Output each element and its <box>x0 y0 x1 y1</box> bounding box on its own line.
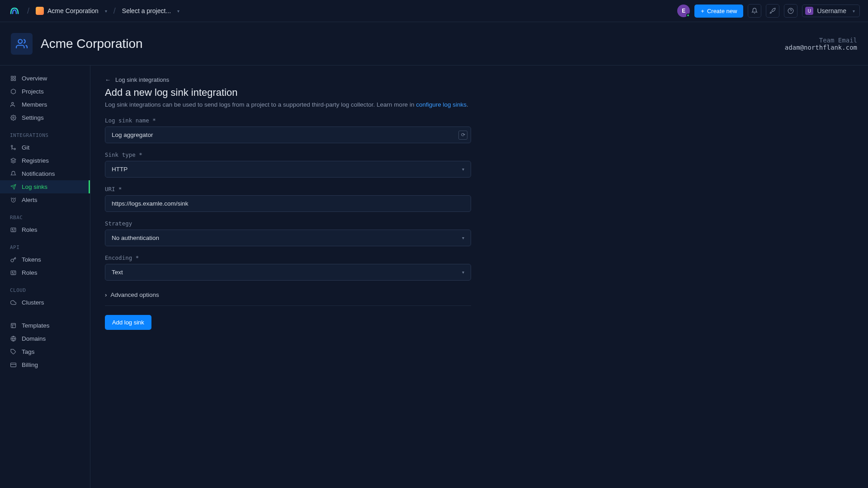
chevron-down-icon: ▾ <box>177 9 179 14</box>
sink-type-label: Sink type * <box>105 151 471 158</box>
sidebar-item-notifications[interactable]: Notifications <box>0 167 90 180</box>
strategy-select[interactable]: No authentication ▾ <box>105 230 471 246</box>
breadcrumb-team[interactable]: Acme Corporation ▾ <box>36 7 107 15</box>
svg-rect-15 <box>11 228 16 232</box>
name-label: Log sink name * <box>105 117 471 124</box>
sidebar-item-overview[interactable]: Overview <box>0 72 90 85</box>
users-icon <box>10 102 16 108</box>
breadcrumb-separator: / <box>113 6 116 16</box>
project-placeholder: Select a project... <box>122 7 171 14</box>
sidebar-item-git[interactable]: Git <box>0 141 90 154</box>
sidebar-item-label: Overview <box>22 75 47 82</box>
sidebar-item-label: Roles <box>22 269 38 276</box>
svg-point-9 <box>14 148 15 150</box>
svg-rect-17 <box>11 271 16 275</box>
advanced-options-expander[interactable]: › Advanced options <box>105 289 471 305</box>
uri-input[interactable] <box>105 195 471 212</box>
hexagon-icon <box>10 89 16 95</box>
layers-icon <box>10 158 16 164</box>
user-avatar-icon: U <box>805 7 813 15</box>
sidebar-item-rbac-roles[interactable]: Roles <box>0 223 90 236</box>
sidebar-item-label: Tags <box>22 348 35 355</box>
send-icon <box>10 184 16 190</box>
breadcrumb-project-selector[interactable]: Select a project... ▾ <box>122 7 179 14</box>
page-title: Add a new log sink integration <box>105 87 854 99</box>
generate-name-button[interactable]: ⟳ <box>458 131 467 140</box>
sink-type-select[interactable]: HTTP ▾ <box>105 161 471 178</box>
id-icon <box>10 270 16 276</box>
sidebar-item-templates[interactable]: Templates <box>0 319 90 332</box>
sidebar-item-label: Registries <box>22 157 49 164</box>
team-title: Acme Corporation <box>41 37 143 51</box>
sidebar-section-integrations: INTEGRATIONS <box>0 124 90 141</box>
globe-icon <box>10 336 16 342</box>
sidebar-item-clusters[interactable]: Clusters <box>0 296 90 309</box>
name-input[interactable] <box>105 127 471 143</box>
svg-point-18 <box>12 272 13 272</box>
create-new-button[interactable]: + Create new <box>694 5 743 18</box>
id-icon <box>10 227 16 233</box>
sidebar-item-label: Roles <box>22 226 38 233</box>
sidebar-item-label: Alerts <box>22 197 38 203</box>
sidebar-item-projects[interactable]: Projects <box>0 85 90 98</box>
chevron-down-icon: ▾ <box>462 270 464 275</box>
back-link[interactable]: ← Log sink integrations <box>105 76 854 83</box>
svg-rect-5 <box>14 79 15 81</box>
user-menu[interactable]: U Username ▾ <box>802 5 860 17</box>
main-content: ← Log sink integrations Add a new log si… <box>90 66 868 488</box>
add-log-sink-button[interactable]: Add log sink <box>105 315 151 330</box>
logo-icon[interactable] <box>8 5 21 17</box>
svg-point-7 <box>11 103 13 104</box>
arrow-left-icon: ← <box>105 76 111 83</box>
sidebar-item-label: Billing <box>22 361 38 368</box>
svg-point-2 <box>18 39 22 43</box>
docs-link[interactable]: configure log sinks <box>416 101 467 108</box>
sidebar-item-settings[interactable]: Settings <box>0 111 90 124</box>
sidebar-item-label: Git <box>22 144 29 151</box>
svg-rect-4 <box>14 76 15 78</box>
svg-rect-19 <box>11 324 15 328</box>
template-icon <box>10 323 16 329</box>
sidebar-item-api-roles[interactable]: Roles <box>0 266 90 279</box>
team-avatar[interactable]: E <box>677 5 690 17</box>
uri-label: URI * <box>105 186 471 192</box>
sidebar-item-domains[interactable]: Domains <box>0 332 90 345</box>
team-header-icon <box>11 33 33 55</box>
rocket-button[interactable] <box>766 4 779 18</box>
sidebar-item-tokens[interactable]: Tokens <box>0 253 90 266</box>
chevron-down-icon: ▾ <box>462 167 464 172</box>
sidebar-section-api: API <box>0 236 90 253</box>
sidebar-item-label: Members <box>22 101 47 108</box>
sidebar-item-billing[interactable]: Billing <box>0 358 90 371</box>
sidebar-item-label: Templates <box>22 322 50 329</box>
bell-icon <box>10 171 16 177</box>
tag-icon <box>10 349 16 355</box>
help-button[interactable] <box>784 4 797 18</box>
chevron-down-icon: ▾ <box>853 9 855 14</box>
sidebar-item-label: Domains <box>22 335 46 342</box>
status-indicator <box>686 14 690 17</box>
encoding-select[interactable]: Text ▾ <box>105 264 471 281</box>
sidebar-item-alerts[interactable]: Alerts <box>0 193 90 206</box>
sidebar-item-logsinks[interactable]: Log sinks <box>0 180 90 193</box>
team-email-label: Team Email <box>785 37 857 44</box>
notifications-button[interactable] <box>748 4 761 18</box>
strategy-label: Strategy <box>105 220 471 227</box>
sidebar-item-label: Settings <box>22 114 44 121</box>
encoding-label: Encoding * <box>105 254 471 261</box>
team-email-value: adam@northflank.com <box>785 44 857 51</box>
git-icon <box>10 145 16 151</box>
card-icon <box>10 362 16 368</box>
sidebar-item-tags[interactable]: Tags <box>0 345 90 358</box>
svg-marker-11 <box>11 158 16 160</box>
sidebar-item-registries[interactable]: Registries <box>0 154 90 167</box>
sidebar-item-label: Notifications <box>22 170 55 177</box>
breadcrumb-separator: / <box>27 6 29 16</box>
chevron-down-icon: ▾ <box>105 9 107 14</box>
plus-icon: + <box>701 8 704 14</box>
page-header: Acme Corporation Team Email adam@northfl… <box>0 22 868 66</box>
svg-rect-6 <box>11 79 13 81</box>
sidebar-item-members[interactable]: Members <box>0 98 90 111</box>
gear-icon <box>10 115 16 121</box>
divider <box>105 305 471 306</box>
